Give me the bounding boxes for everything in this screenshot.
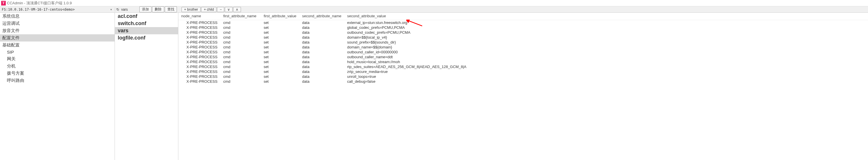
window-title: CCAdmin - 顶顶通CTI接口客户端 1.0.9	[7, 1, 72, 6]
cell: data	[299, 25, 344, 30]
sidebar-item[interactable]: SIP	[0, 49, 115, 55]
config-table: node_name first_attribute_name first_att…	[178, 13, 868, 84]
app-icon: T	[1, 1, 6, 5]
sidebar-item[interactable]: 分机	[0, 63, 115, 70]
table-row[interactable]: X-PRE-PROCESScmdsetdatacall_debug=false	[178, 79, 868, 84]
cell: set	[261, 45, 299, 50]
cell: cmd	[220, 55, 261, 59]
file-item[interactable]: logfile.conf	[115, 34, 178, 41]
sidebar-item[interactable]: 配置文件	[0, 34, 115, 41]
table-row[interactable]: X-PRE-PROCESScmdsetdataoutbound_codec_pr…	[178, 30, 868, 35]
sidebar-item[interactable]: 网关	[0, 55, 115, 63]
table-row[interactable]: X-PRE-PROCESScmdsetdatadomain_name=$${do…	[178, 45, 868, 50]
cell: cmd	[220, 30, 261, 35]
file-item[interactable]: vars	[115, 27, 178, 34]
table-row[interactable]: X-PRE-PROCESScmdsetdataglobal_codec_pref…	[178, 25, 868, 30]
cell: X-PRE-PROCESS	[178, 45, 220, 50]
add-button[interactable]: 添加	[140, 6, 152, 12]
cell: X-PRE-PROCESS	[178, 59, 220, 64]
col-second-attr-value[interactable]: second_attribute_value	[344, 13, 868, 20]
cell: domain=$${local_ip_v4}	[344, 35, 868, 40]
cell: data	[299, 79, 344, 84]
cell: cmd	[220, 59, 261, 64]
cell: cmd	[220, 20, 261, 25]
col-first-attr-value[interactable]: first_attribute_value	[261, 13, 299, 20]
sidebar-item[interactable]: 系统信息	[0, 13, 115, 20]
sidebar-item[interactable]: 拨号方案	[0, 70, 115, 77]
fs-path-dropdown[interactable]: FS:10.0.16.17-VM-16-17-centos<demo> ▾	[0, 7, 115, 11]
remove-button[interactable]: −	[217, 7, 224, 12]
table-row[interactable]: X-PRE-PROCESScmdsetdataoutbound_caller_i…	[178, 50, 868, 55]
cell: X-PRE-PROCESS	[178, 20, 220, 25]
table-row[interactable]: X-PRE-PROCESScmdsetdataunroll_loops=true	[178, 74, 868, 79]
cell: data	[299, 74, 344, 79]
sidebar-item[interactable]: 呼叫路由	[0, 77, 115, 84]
move-up-button[interactable]: ∧	[233, 7, 241, 12]
cell: set	[261, 64, 299, 69]
find-button[interactable]: 查找	[165, 6, 177, 12]
cell: set	[261, 20, 299, 25]
cell: external_ip=stun:stun.freeswitch.org	[344, 20, 868, 25]
cell: cmd	[220, 79, 261, 84]
col-first-attr-name[interactable]: first_attribute_name	[220, 13, 261, 20]
cell: cmd	[220, 40, 261, 45]
cell: cmd	[220, 25, 261, 30]
cell: domain_name=$${domain}	[344, 45, 868, 50]
table-row[interactable]: X-PRE-PROCESScmdsetdatadomain=$${local_i…	[178, 35, 868, 40]
sidebar-item[interactable]: 运营调试	[0, 20, 115, 27]
table-row[interactable]: X-PRE-PROCESScmdsetdatartp_sdes_suites=A…	[178, 64, 868, 69]
cell: set	[261, 55, 299, 59]
sidebar-item[interactable]: 基础配置	[0, 41, 115, 49]
cell: set	[261, 79, 299, 84]
file-item[interactable]: switch.conf	[115, 20, 178, 27]
sidebar: 系统信息运营调试放音文件配置文件基础配置SIP网关分机拨号方案呼叫路由	[0, 13, 115, 160]
move-down-button[interactable]: ∨	[225, 7, 232, 12]
table-row[interactable]: X-PRE-PROCESScmdsetdataoutbound_caller_n…	[178, 55, 868, 59]
cell: outbound_caller_id=00000000	[344, 50, 868, 55]
cell: cmd	[220, 69, 261, 74]
cell: set	[261, 74, 299, 79]
cell: set	[261, 25, 299, 30]
table-row[interactable]: X-PRE-PROCESScmdsetdatahold_music=local_…	[178, 59, 868, 64]
sidebar-item[interactable]: 放音文件	[0, 27, 115, 34]
cell: cmd	[220, 35, 261, 40]
cell: unroll_loops=true	[344, 74, 868, 79]
cell: zrtp_secure_media=true	[344, 69, 868, 74]
cell: data	[299, 64, 344, 69]
cell: set	[261, 59, 299, 64]
add-brother-button[interactable]: + brother	[182, 7, 200, 12]
cell: set	[261, 40, 299, 45]
table-row[interactable]: X-PRE-PROCESScmdsetdatasound_prefix=$${s…	[178, 40, 868, 45]
cell: outbound_caller_name=ddt	[344, 55, 868, 59]
cell: rtp_sdes_suites=AEAD_AES_256_GCM_8|AEAD_…	[344, 64, 868, 69]
cell: set	[261, 69, 299, 74]
col-second-attr-name[interactable]: second_attribute_name	[299, 13, 344, 20]
cell: cmd	[220, 45, 261, 50]
cell: set	[261, 30, 299, 35]
col-node-name[interactable]: node_name	[178, 13, 220, 20]
cell: data	[299, 30, 344, 35]
add-child-button[interactable]: + child	[201, 7, 216, 12]
cell: outbound_codec_prefs=PCMU,PCMA	[344, 30, 868, 35]
table-area: node_name first_attribute_name first_att…	[178, 13, 868, 160]
cell: X-PRE-PROCESS	[178, 64, 220, 69]
titlebar: T CCAdmin - 顶顶通CTI接口客户端 1.0.9	[0, 0, 868, 6]
table-row[interactable]: X-PRE-PROCESScmdsetdataexternal_ip=stun:…	[178, 20, 868, 25]
current-file-label: vars	[119, 7, 139, 11]
cell: data	[299, 55, 344, 59]
cell: X-PRE-PROCESS	[178, 35, 220, 40]
refresh-button[interactable]: ↻	[115, 7, 119, 11]
cell: X-PRE-PROCESS	[178, 25, 220, 30]
cell: cmd	[220, 74, 261, 79]
toolbar: FS:10.0.16.17-VM-16-17-centos<demo> ▾ ↻ …	[0, 6, 868, 13]
cell: data	[299, 40, 344, 45]
file-list: acl.confswitch.confvarslogfile.conf	[115, 13, 178, 160]
delete-button[interactable]: 删除	[152, 6, 164, 12]
cell: set	[261, 50, 299, 55]
cell: set	[261, 35, 299, 40]
cell: X-PRE-PROCESS	[178, 55, 220, 59]
cell: data	[299, 59, 344, 64]
table-row[interactable]: X-PRE-PROCESScmdsetdatazrtp_secure_media…	[178, 69, 868, 74]
cell: X-PRE-PROCESS	[178, 74, 220, 79]
file-item[interactable]: acl.conf	[115, 13, 178, 20]
